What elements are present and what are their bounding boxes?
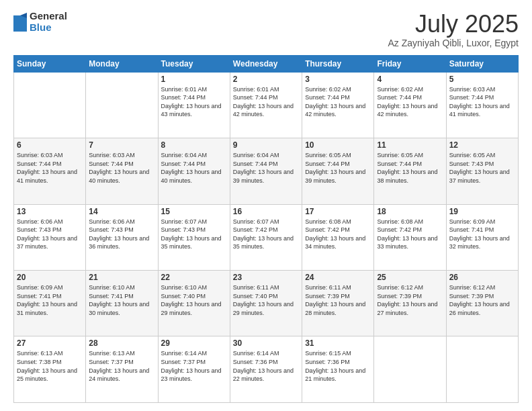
calendar-cell: 2Sunrise: 6:01 AM Sunset: 7:44 PM Daylig…: [230, 72, 302, 138]
col-thursday: Thursday: [302, 55, 374, 72]
calendar-cell: 17Sunrise: 6:08 AM Sunset: 7:42 PM Dayli…: [302, 204, 374, 270]
day-info: Sunrise: 6:12 AM Sunset: 7:39 PM Dayligh…: [449, 283, 515, 317]
day-info: Sunrise: 6:11 AM Sunset: 7:39 PM Dayligh…: [305, 283, 371, 317]
calendar-cell: 4Sunrise: 6:02 AM Sunset: 7:44 PM Daylig…: [374, 72, 446, 138]
calendar-cell: 23Sunrise: 6:11 AM Sunset: 7:40 PM Dayli…: [230, 271, 302, 336]
day-number: 14: [89, 207, 154, 216]
week-row-2: 6Sunrise: 6:03 AM Sunset: 7:44 PM Daylig…: [14, 138, 519, 204]
calendar-cell: 21Sunrise: 6:10 AM Sunset: 7:41 PM Dayli…: [86, 271, 158, 336]
col-saturday: Saturday: [446, 55, 518, 72]
day-info: Sunrise: 6:09 AM Sunset: 7:41 PM Dayligh…: [449, 218, 515, 251]
day-number: 31: [305, 338, 371, 348]
day-info: Sunrise: 6:02 AM Sunset: 7:44 PM Dayligh…: [377, 85, 443, 119]
day-info: Sunrise: 6:03 AM Sunset: 7:44 PM Dayligh…: [449, 85, 515, 119]
day-number: 15: [161, 207, 227, 216]
calendar-cell: 26Sunrise: 6:12 AM Sunset: 7:39 PM Dayli…: [446, 271, 518, 336]
day-number: 12: [449, 140, 515, 150]
calendar-cell: 18Sunrise: 6:08 AM Sunset: 7:42 PM Dayli…: [374, 204, 446, 270]
day-info: Sunrise: 6:04 AM Sunset: 7:44 PM Dayligh…: [161, 151, 227, 185]
day-number: 30: [233, 338, 299, 348]
day-number: 27: [17, 338, 83, 348]
page: General Blue July 2025 Az Zayniyah Qibli…: [0, 0, 532, 411]
logo-icon: [13, 13, 27, 32]
calendar-cell: 31Sunrise: 6:15 AM Sunset: 7:36 PM Dayli…: [302, 336, 374, 403]
week-row-5: 27Sunrise: 6:13 AM Sunset: 7:38 PM Dayli…: [14, 336, 519, 403]
calendar-cell: 25Sunrise: 6:12 AM Sunset: 7:39 PM Dayli…: [374, 271, 446, 336]
week-row-3: 13Sunrise: 6:06 AM Sunset: 7:43 PM Dayli…: [14, 204, 519, 270]
day-info: Sunrise: 6:02 AM Sunset: 7:44 PM Dayligh…: [305, 85, 371, 119]
day-number: 5: [449, 75, 515, 84]
day-info: Sunrise: 6:15 AM Sunset: 7:36 PM Dayligh…: [305, 349, 371, 383]
day-number: 23: [233, 273, 299, 282]
month-title: July 2025: [388, 11, 519, 38]
day-number: 8: [161, 140, 227, 150]
day-info: Sunrise: 6:04 AM Sunset: 7:44 PM Dayligh…: [233, 151, 299, 185]
calendar-cell: 14Sunrise: 6:06 AM Sunset: 7:43 PM Dayli…: [86, 204, 158, 270]
day-number: 3: [305, 75, 371, 84]
calendar-table: Sunday Monday Tuesday Wednesday Thursday…: [13, 55, 519, 403]
header: General Blue July 2025 Az Zayniyah Qibli…: [13, 11, 519, 48]
calendar-cell: 13Sunrise: 6:06 AM Sunset: 7:43 PM Dayli…: [14, 204, 86, 270]
day-info: Sunrise: 6:08 AM Sunset: 7:42 PM Dayligh…: [305, 218, 371, 251]
calendar-cell: 5Sunrise: 6:03 AM Sunset: 7:44 PM Daylig…: [446, 72, 518, 138]
day-number: 11: [377, 140, 443, 150]
calendar-cell: 28Sunrise: 6:13 AM Sunset: 7:37 PM Dayli…: [86, 336, 158, 403]
logo-text: General Blue: [30, 11, 67, 33]
calendar-cell: 12Sunrise: 6:05 AM Sunset: 7:43 PM Dayli…: [446, 138, 518, 204]
calendar-header-row: Sunday Monday Tuesday Wednesday Thursday…: [14, 55, 519, 72]
calendar-cell: 1Sunrise: 6:01 AM Sunset: 7:44 PM Daylig…: [158, 72, 230, 138]
day-number: 2: [233, 75, 299, 84]
day-number: 25: [377, 273, 443, 282]
calendar-cell: 6Sunrise: 6:03 AM Sunset: 7:44 PM Daylig…: [14, 138, 86, 204]
day-info: Sunrise: 6:09 AM Sunset: 7:41 PM Dayligh…: [17, 283, 83, 317]
day-number: 24: [305, 273, 371, 282]
day-info: Sunrise: 6:03 AM Sunset: 7:44 PM Dayligh…: [89, 151, 154, 185]
day-number: 29: [161, 338, 227, 348]
day-info: Sunrise: 6:01 AM Sunset: 7:44 PM Dayligh…: [233, 85, 299, 119]
day-info: Sunrise: 6:01 AM Sunset: 7:44 PM Dayligh…: [161, 85, 227, 119]
calendar-cell: 30Sunrise: 6:14 AM Sunset: 7:36 PM Dayli…: [230, 336, 302, 403]
col-tuesday: Tuesday: [158, 55, 230, 72]
calendar-cell: 24Sunrise: 6:11 AM Sunset: 7:39 PM Dayli…: [302, 271, 374, 336]
calendar-cell: 10Sunrise: 6:05 AM Sunset: 7:44 PM Dayli…: [302, 138, 374, 204]
day-info: Sunrise: 6:10 AM Sunset: 7:41 PM Dayligh…: [89, 283, 154, 317]
calendar-cell: 9Sunrise: 6:04 AM Sunset: 7:44 PM Daylig…: [230, 138, 302, 204]
calendar-cell: 16Sunrise: 6:07 AM Sunset: 7:42 PM Dayli…: [230, 204, 302, 270]
location-subtitle: Az Zayniyah Qibli, Luxor, Egypt: [388, 38, 519, 48]
day-number: 20: [17, 273, 83, 282]
logo-general: General: [30, 11, 67, 22]
week-row-1: 1Sunrise: 6:01 AM Sunset: 7:44 PM Daylig…: [14, 72, 519, 138]
calendar-cell: 11Sunrise: 6:05 AM Sunset: 7:44 PM Dayli…: [374, 138, 446, 204]
day-number: 1: [161, 75, 227, 84]
day-number: 16: [233, 207, 299, 216]
calendar-cell: 3Sunrise: 6:02 AM Sunset: 7:44 PM Daylig…: [302, 72, 374, 138]
col-friday: Friday: [374, 55, 446, 72]
day-number: 26: [449, 273, 515, 282]
day-info: Sunrise: 6:12 AM Sunset: 7:39 PM Dayligh…: [377, 283, 443, 317]
calendar-cell: 27Sunrise: 6:13 AM Sunset: 7:38 PM Dayli…: [14, 336, 86, 403]
calendar-cell: [14, 72, 86, 138]
calendar-cell: [446, 336, 518, 403]
day-info: Sunrise: 6:14 AM Sunset: 7:36 PM Dayligh…: [233, 349, 299, 383]
day-number: 13: [17, 207, 83, 216]
calendar-cell: 8Sunrise: 6:04 AM Sunset: 7:44 PM Daylig…: [158, 138, 230, 204]
day-number: 10: [305, 140, 371, 150]
day-info: Sunrise: 6:07 AM Sunset: 7:43 PM Dayligh…: [161, 218, 227, 251]
day-number: 9: [233, 140, 299, 150]
day-info: Sunrise: 6:10 AM Sunset: 7:40 PM Dayligh…: [161, 283, 227, 317]
day-number: 19: [449, 207, 515, 216]
day-info: Sunrise: 6:07 AM Sunset: 7:42 PM Dayligh…: [233, 218, 299, 251]
calendar-cell: 29Sunrise: 6:14 AM Sunset: 7:37 PM Dayli…: [158, 336, 230, 403]
day-info: Sunrise: 6:13 AM Sunset: 7:38 PM Dayligh…: [17, 349, 83, 383]
day-info: Sunrise: 6:05 AM Sunset: 7:44 PM Dayligh…: [377, 151, 443, 185]
col-monday: Monday: [86, 55, 158, 72]
day-info: Sunrise: 6:05 AM Sunset: 7:43 PM Dayligh…: [449, 151, 515, 185]
calendar-cell: 22Sunrise: 6:10 AM Sunset: 7:40 PM Dayli…: [158, 271, 230, 336]
day-info: Sunrise: 6:11 AM Sunset: 7:40 PM Dayligh…: [233, 283, 299, 317]
day-info: Sunrise: 6:13 AM Sunset: 7:37 PM Dayligh…: [89, 349, 154, 383]
logo: General Blue: [13, 11, 67, 33]
day-number: 4: [377, 75, 443, 84]
day-number: 6: [17, 140, 83, 150]
day-number: 17: [305, 207, 371, 216]
logo-blue: Blue: [30, 22, 67, 34]
